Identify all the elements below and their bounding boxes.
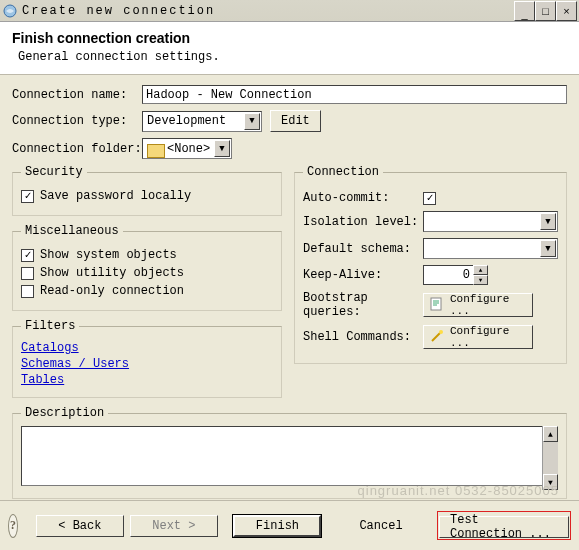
app-icon <box>2 3 18 19</box>
autocommit-label: Auto-commit: <box>303 191 423 205</box>
connection-type-combo[interactable]: Development ▼ <box>142 111 262 132</box>
isolation-combo[interactable]: ▼ <box>423 211 558 232</box>
shell-label: Shell Commands: <box>303 330 423 344</box>
page-subtitle: General connection settings. <box>18 50 567 64</box>
filter-catalogs-link[interactable]: Catalogs <box>21 341 273 355</box>
security-legend: Security <box>21 165 87 179</box>
scroll-up-icon[interactable]: ▲ <box>543 426 558 442</box>
security-group: Security ✓ Save password locally <box>12 165 282 216</box>
scrollbar[interactable]: ▲ ▼ <box>542 426 558 490</box>
autocommit-checkbox[interactable]: ✓ <box>423 192 436 205</box>
finish-button[interactable]: Finish <box>233 515 321 537</box>
folder-icon <box>147 142 163 156</box>
save-password-checkbox[interactable]: ✓ <box>21 190 34 203</box>
chevron-down-icon[interactable]: ▼ <box>244 113 260 130</box>
isolation-label: Isolation level: <box>303 215 423 229</box>
keepalive-input[interactable] <box>423 265 473 285</box>
bootstrap-configure-label: Configure ... <box>450 293 532 317</box>
connection-name-input[interactable] <box>142 85 567 104</box>
show-system-checkbox[interactable]: ✓ <box>21 249 34 262</box>
connection-name-label: Connection name: <box>12 88 142 102</box>
connection-type-value: Development <box>147 114 226 128</box>
show-system-label: Show system objects <box>40 248 177 262</box>
script-icon <box>430 297 444 314</box>
readonly-label: Read-only connection <box>40 284 184 298</box>
shell-configure-button[interactable]: Configure ... <box>423 325 533 349</box>
filters-legend: Filters <box>21 319 79 333</box>
wizard-footer: ? < Back Next > Finish Cancel Test Conne… <box>0 500 579 550</box>
spin-down-icon[interactable]: ▼ <box>473 275 488 285</box>
close-button[interactable]: × <box>556 1 577 21</box>
chevron-down-icon[interactable]: ▼ <box>540 213 556 230</box>
connection-folder-value: <None> <box>167 142 210 156</box>
connection-legend: Connection <box>303 165 383 179</box>
connection-folder-combo[interactable]: <None> ▼ <box>142 138 232 159</box>
schema-label: Default schema: <box>303 242 423 256</box>
connection-folder-label: Connection folder: <box>12 142 142 156</box>
connection-type-label: Connection type: <box>12 114 142 128</box>
wand-icon <box>430 329 444 346</box>
chevron-down-icon[interactable]: ▼ <box>540 240 556 257</box>
test-connection-highlight: Test Connection ... <box>437 511 571 540</box>
show-utility-checkbox[interactable] <box>21 267 34 280</box>
filter-tables-link[interactable]: Tables <box>21 373 273 387</box>
test-connection-button[interactable]: Test Connection ... <box>439 516 569 538</box>
filters-group: Filters Catalogs Schemas / Users Tables <box>12 319 282 398</box>
misc-legend: Miscellaneous <box>21 224 123 238</box>
edit-button[interactable]: Edit <box>270 110 321 132</box>
show-utility-label: Show utility objects <box>40 266 184 280</box>
watermark: qingruanit.net 0532-85025005 <box>358 483 559 498</box>
svg-point-2 <box>439 330 443 334</box>
connection-group: Connection Auto-commit: ✓ Isolation leve… <box>294 165 567 364</box>
save-password-label: Save password locally <box>40 189 191 203</box>
window-title: Create new connection <box>22 4 514 18</box>
filter-schemas-link[interactable]: Schemas / Users <box>21 357 273 371</box>
keepalive-label: Keep-Alive: <box>303 268 423 282</box>
keepalive-spinner[interactable]: ▲ ▼ <box>423 265 488 285</box>
bootstrap-configure-button[interactable]: Configure ... <box>423 293 533 317</box>
shell-configure-label: Configure ... <box>450 325 532 349</box>
cancel-button[interactable]: Cancel <box>337 515 425 537</box>
maximize-button[interactable]: □ <box>535 1 556 21</box>
titlebar: Create new connection _ □ × <box>0 0 579 22</box>
back-button[interactable]: < Back <box>36 515 124 537</box>
bootstrap-label: Bootstrap queries: <box>303 291 423 319</box>
misc-group: Miscellaneous ✓ Show system objects Show… <box>12 224 282 311</box>
chevron-down-icon[interactable]: ▼ <box>214 140 230 157</box>
help-button[interactable]: ? <box>8 514 18 538</box>
schema-combo[interactable]: ▼ <box>423 238 558 259</box>
description-legend: Description <box>21 406 108 420</box>
description-textarea[interactable] <box>21 426 558 486</box>
svg-rect-1 <box>431 298 441 310</box>
next-button: Next > <box>130 515 218 537</box>
wizard-header: Finish connection creation General conne… <box>0 22 579 75</box>
page-title: Finish connection creation <box>12 30 567 46</box>
minimize-button[interactable]: _ <box>514 1 535 21</box>
readonly-checkbox[interactable] <box>21 285 34 298</box>
spin-up-icon[interactable]: ▲ <box>473 265 488 275</box>
